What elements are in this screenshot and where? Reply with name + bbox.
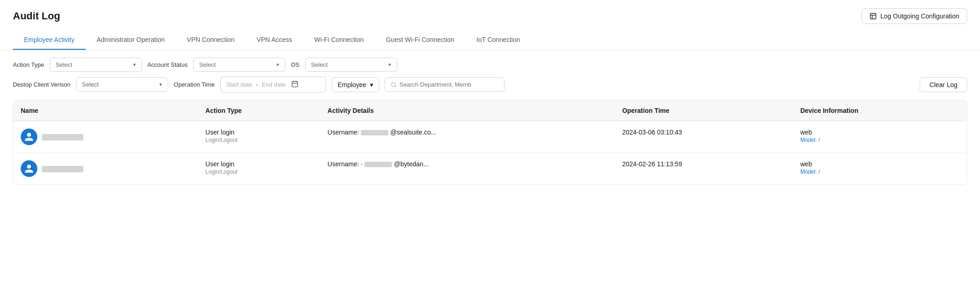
name-blur [42, 166, 83, 172]
search-input[interactable] [399, 81, 499, 88]
col-action-type: Action Type [198, 100, 320, 121]
search-box[interactable] [385, 77, 505, 92]
page-header: Audit Log Log Outgoing Configuration [0, 0, 980, 30]
col-activity-details: Activity Details [320, 100, 615, 121]
os-label: OS [291, 61, 299, 68]
audit-log-table: Name Action Type Activity Details Operat… [13, 100, 967, 184]
action-type-sub: Login/Logout [205, 137, 313, 143]
action-type-cell: User login Login/Logout [198, 121, 320, 153]
activity-details: Username: @sealsuite.co... [328, 129, 608, 136]
operation-time-cell: 2024-02-26 11:13:59 [615, 153, 793, 185]
page-title: Audit Log [13, 10, 60, 22]
os-select[interactable]: Select ▾ [305, 58, 397, 72]
activity-label: Username: [328, 160, 359, 168]
activity-details-cell: Username: · @bytedan... [320, 153, 615, 185]
activity-details: Username: · @bytedan... [328, 160, 608, 168]
action-type-select[interactable]: Select ▾ [50, 58, 142, 72]
log-config-button[interactable]: Log Outgoing Configuration [862, 8, 967, 24]
avatar [21, 129, 37, 145]
operation-time: 2024-03-06 03:10:43 [622, 129, 682, 136]
audit-log-table-container: Name Action Type Activity Details Operat… [13, 100, 967, 185]
tab-administrator-operation[interactable]: Administrator Operation [86, 30, 176, 50]
action-type-main: User login [205, 129, 313, 136]
username-blur [361, 130, 388, 135]
activity-details-cell: Username: @sealsuite.co... [320, 121, 615, 153]
desktop-client-chevron-icon: ▾ [159, 82, 162, 88]
svg-point-7 [392, 82, 396, 87]
os-chevron-icon: ▾ [388, 62, 391, 68]
filter-panel: Action Type Select ▾ Account Status Sele… [0, 50, 980, 93]
employee-chevron-icon: ▾ [370, 81, 373, 88]
table-header-row: Name Action Type Activity Details Operat… [13, 100, 967, 121]
activity-label: Username: [328, 129, 359, 136]
tab-wifi-connection[interactable]: Wi-Fi Connection [303, 30, 375, 50]
filter-row-1: Action Type Select ▾ Account Status Sele… [13, 58, 967, 72]
name-cell [13, 121, 198, 153]
col-operation-time: Operation Time [615, 100, 793, 121]
date-range-picker[interactable]: Start date - End date [220, 76, 326, 93]
account-status-select[interactable]: Select ▾ [193, 58, 285, 72]
desktop-client-value: Select [82, 81, 156, 88]
table-row: User login Login/Logout Username: @seals… [13, 121, 967, 153]
action-type-main: User login [205, 160, 313, 168]
desktop-client-label: Destop Client Verison [13, 81, 70, 88]
activity-suffix: @sealsuite.co... [390, 129, 436, 136]
device-main: web [800, 129, 959, 136]
activity-suffix: @bytedan... [394, 160, 429, 168]
tab-vpn-access[interactable]: VPN Access [246, 30, 303, 50]
tab-vpn-connection[interactable]: VPN Connection [176, 30, 246, 50]
device-sub: Model: / [800, 137, 959, 143]
operation-time: 2024-02-26 11:13:59 [622, 160, 682, 168]
clear-log-button[interactable]: Clear Log [920, 77, 967, 92]
tab-employee-activity[interactable]: Employee Activity [13, 30, 86, 50]
device-info-cell: web Model: / [793, 153, 967, 185]
tab-bar: Employee Activity Administrator Operatio… [0, 30, 980, 50]
action-type-label: Action Type [13, 61, 44, 68]
svg-rect-3 [292, 82, 298, 87]
employee-select[interactable]: Employee ▾ [332, 77, 379, 92]
os-value: Select [311, 61, 385, 68]
account-status-value: Select [199, 61, 273, 68]
tab-iot-connection[interactable]: IoT Connection [465, 30, 531, 50]
svg-line-8 [395, 86, 396, 87]
calendar-icon [291, 80, 299, 89]
col-device-info: Device Information [793, 100, 967, 121]
search-icon [391, 82, 397, 88]
action-type-chevron-icon: ▾ [133, 62, 136, 68]
log-config-label: Log Outgoing Configuration [880, 12, 959, 20]
username-blur [364, 162, 392, 167]
operation-time-cell: 2024-03-06 03:10:43 [615, 121, 793, 153]
user-icon [24, 132, 34, 142]
account-status-label: Account Status [147, 61, 188, 68]
date-separator: - [256, 81, 258, 88]
account-status-chevron-icon: ▾ [276, 62, 279, 68]
device-sub: Model: / [800, 169, 959, 175]
action-type-cell: User login Login/Logout [198, 153, 320, 185]
name-cell [13, 153, 198, 185]
action-type-sub: Login/Logout [205, 169, 313, 175]
name-blur [42, 134, 83, 141]
employee-value: Employee [338, 81, 366, 88]
avatar [21, 160, 37, 177]
col-name: Name [13, 100, 198, 121]
user-icon [24, 164, 34, 174]
start-date-placeholder: Start date [226, 81, 252, 88]
operation-time-label: Operation Time [174, 81, 215, 88]
device-main: web [800, 160, 959, 168]
desktop-client-select[interactable]: Select ▾ [76, 77, 168, 92]
device-info-cell: web Model: / [793, 121, 967, 153]
table-row: User login Login/Logout Username: · @byt… [13, 153, 967, 185]
filter-row-2: Destop Client Verison Select ▾ Operation… [13, 76, 967, 93]
tab-guest-wifi-connection[interactable]: Guest Wi-Fi Connection [375, 30, 465, 50]
activity-prefix: · [361, 160, 364, 168]
action-type-value: Select [56, 61, 129, 68]
end-date-placeholder: End date [262, 81, 286, 88]
svg-rect-0 [870, 13, 876, 19]
log-config-icon [869, 12, 877, 20]
